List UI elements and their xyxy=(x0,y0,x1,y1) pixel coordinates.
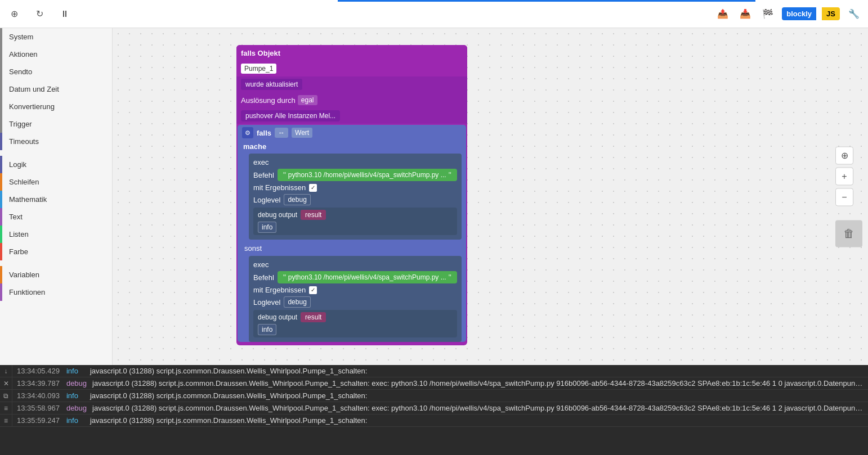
log-icons-4: ≡ xyxy=(0,415,12,426)
sidebar-label-logik: Logik xyxy=(9,160,26,169)
sidebar-item-schleifen[interactable]: Schleifen xyxy=(0,173,112,191)
settings-button[interactable]: 🔧 xyxy=(845,6,862,22)
export-button[interactable]: 📤 xyxy=(714,6,731,22)
refresh-button[interactable]: ↻ xyxy=(31,6,48,22)
trash-button[interactable]: 🗑 xyxy=(835,220,862,247)
debug-output-block-2: debug output result info xyxy=(253,310,457,337)
pause-button[interactable]: ⏸ xyxy=(56,6,73,22)
sidebar-divider-1 xyxy=(0,150,112,156)
sidebar-item-sendto[interactable]: Sendto xyxy=(0,63,112,80)
log-icons-0: ↓ xyxy=(0,365,12,377)
mit-ergebnissen-checkbox-2[interactable]: ✓ xyxy=(309,286,317,294)
exec-label-1: exec xyxy=(253,158,269,166)
log-clear-btn-1[interactable]: ✕ xyxy=(2,379,10,389)
flag-button[interactable]: 🏁 xyxy=(759,6,776,22)
exec-row-1: exec xyxy=(253,157,457,168)
egal-dropdown[interactable]: egal xyxy=(298,95,317,105)
loglevel-label-1: Loglevel xyxy=(253,196,280,204)
befehl-label-2: Befehl xyxy=(253,273,274,282)
python-cmd-2[interactable]: " python3.10 /home/pi/wellis/v4/spa_swit… xyxy=(278,271,457,283)
sidebar-label-mathematik: Mathematik xyxy=(9,195,47,204)
log-copy-btn-2[interactable]: ⧉ xyxy=(2,391,10,401)
sidebar-item-konvertierung[interactable]: Konvertierung xyxy=(0,98,112,115)
exec-block-2: exec Befehl " python3.10 /home/pi/wellis… xyxy=(249,256,462,342)
debug-dropdown-2[interactable]: debug xyxy=(284,296,310,308)
gear-button[interactable]: ⚙ xyxy=(242,127,253,138)
log-level-2: info xyxy=(64,390,87,402)
sidebar-label-system: System xyxy=(9,33,33,41)
log-timestamp-4: 13:35:59.247 xyxy=(12,415,64,426)
pushover-block[interactable]: pushover Alle Instanzen Mel... xyxy=(241,110,340,121)
log-download-btn-0[interactable]: ↓ xyxy=(3,366,9,376)
log-icons-2: ⧉ xyxy=(0,390,12,402)
pumpe-input[interactable]: Pumpe_1 xyxy=(241,64,276,74)
python-cmd-text-1: python3.10 /home/pi/wellis/v4/spa_switch… xyxy=(288,171,446,179)
result-dropdown-1[interactable]: result xyxy=(301,210,326,220)
import-button[interactable]: 📥 xyxy=(737,6,754,22)
info-row-1: info xyxy=(258,222,453,233)
sidebar-item-aktionen[interactable]: Aktionen xyxy=(0,46,112,63)
info-dropdown-1[interactable]: info xyxy=(258,222,276,233)
if-header: ⚙ falls ↔ Wert xyxy=(238,125,466,141)
debug-output-label-2: debug output xyxy=(258,313,297,321)
sidebar-item-datum[interactable]: Datum und Zeit xyxy=(0,80,112,98)
sidebar-item-listen[interactable]: Listen xyxy=(0,226,112,243)
sidebar-item-variablen[interactable]: Variablen xyxy=(0,266,112,283)
befehl-row-1: Befehl " python3.10 /home/pi/wellis/v4/s… xyxy=(253,168,457,182)
sidebar-item-timeouts[interactable]: Timeouts xyxy=(0,133,112,150)
log-row-1: ✕ 13:34:39.787 debug javascript.0 (31288… xyxy=(0,377,868,390)
loglevel-row-1: Loglevel debug xyxy=(253,193,457,206)
debug-dropdown-1[interactable]: debug xyxy=(284,194,310,205)
mit-ergebnissen-label-2: mit Ergebnissen xyxy=(253,286,306,294)
mit-ergebnissen-label-1: mit Ergebnissen xyxy=(253,183,306,192)
sidebar-item-funktionen[interactable]: Funktionen xyxy=(0,283,112,301)
log-btn-4[interactable]: ≡ xyxy=(3,416,9,426)
zoom-out-button[interactable]: − xyxy=(835,188,853,206)
befehl-label-1: Befehl xyxy=(253,171,274,179)
mit-ergebnissen-checkbox-1[interactable]: ✓ xyxy=(309,184,317,192)
block-canvas[interactable]: falls Objekt Pumpe_1 wurde aktualisiert … xyxy=(113,28,868,365)
falls-label: falls xyxy=(257,129,271,137)
zoom-in-button[interactable]: + xyxy=(835,167,853,185)
sidebar-item-logik[interactable]: Logik xyxy=(0,156,112,173)
sidebar-item-farbe[interactable]: Farbe xyxy=(0,243,112,260)
sidebar-divider-2 xyxy=(0,260,112,266)
log-message-3: javascript.0 (31288) script.js.common.Dr… xyxy=(89,402,868,414)
toolbar-right: 📤 📥 🏁 blocklyJS 🔧 xyxy=(714,6,862,22)
sidebar-label-schleifen: Schleifen xyxy=(9,178,39,186)
result-dropdown-2[interactable]: result xyxy=(301,312,326,322)
falls-objekt-block[interactable]: falls Objekt Pumpe_1 wurde aktualisiert … xyxy=(236,45,467,345)
info-dropdown-2[interactable]: info xyxy=(258,324,276,335)
log-btn-3[interactable]: ≡ xyxy=(3,403,9,413)
sidebar-label-listen: Listen xyxy=(9,230,29,238)
js-badge[interactable]: JS xyxy=(822,7,840,20)
log-message-4: javascript.0 (31288) script.js.common.Dr… xyxy=(87,415,868,426)
log-row-3: ≡ 13:35:58.967 debug javascript.0 (31288… xyxy=(0,402,868,415)
quote-close-1: " xyxy=(449,170,451,179)
wurde-aktualisiert-dropdown[interactable]: wurde aktualisiert xyxy=(241,79,302,90)
python-cmd-1[interactable]: " python3.10 /home/pi/wellis/v4/spa_swit… xyxy=(278,169,457,181)
sidebar-label-text: Text xyxy=(9,213,23,221)
if-block: ⚙ falls ↔ Wert mache exec xyxy=(238,125,466,342)
locate-button[interactable]: ⊕ xyxy=(6,6,23,22)
crosshair-button[interactable]: ⊕ xyxy=(835,146,853,164)
sidebar-item-text[interactable]: Text xyxy=(0,208,112,226)
wert-dropdown[interactable]: Wert xyxy=(292,128,312,138)
auslosung-label: Auslösung durch xyxy=(241,96,296,105)
wert-arrow-btn[interactable]: ↔ xyxy=(275,128,288,138)
loglevel-label-2: Loglevel xyxy=(253,298,280,307)
sidebar-item-mathematik[interactable]: Mathematik xyxy=(0,191,112,208)
log-level-0: info xyxy=(64,365,87,377)
sidebar-item-system[interactable]: System xyxy=(0,28,112,46)
toolbar-left: ⊕ ↻ ⏸ xyxy=(6,6,73,22)
mache-label: mache xyxy=(238,141,466,152)
sidebar-item-trigger[interactable]: Trigger xyxy=(0,115,112,133)
info-row-2: info xyxy=(258,324,453,335)
sonst-row: sonst xyxy=(238,242,466,255)
blockly-badge[interactable]: blockly xyxy=(782,7,816,20)
log-level-1: debug xyxy=(64,377,89,389)
debug-output-label-1: debug output xyxy=(258,211,297,219)
sidebar-label-datum: Datum und Zeit xyxy=(9,85,59,93)
debug-output-row-2: debug output result xyxy=(258,312,453,322)
exec-row-2: exec xyxy=(253,259,457,270)
